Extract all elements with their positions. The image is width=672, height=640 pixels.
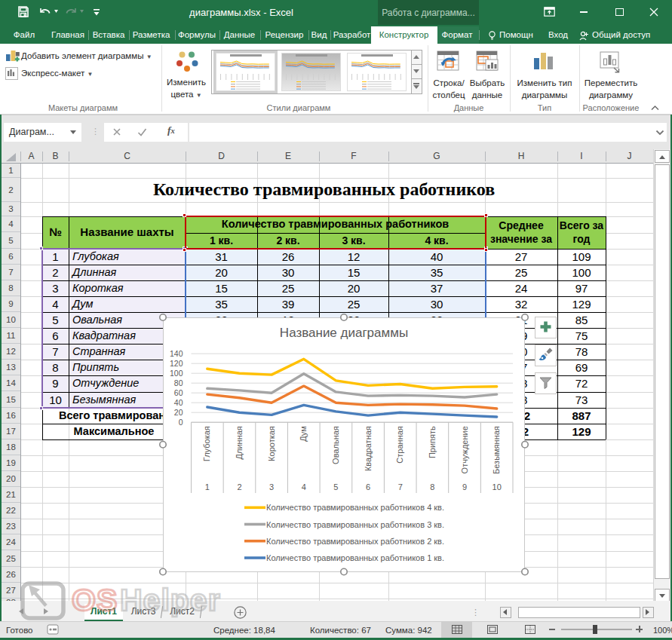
svg-text:OS: OS (72, 583, 118, 617)
svg-text:Helper: Helper (120, 583, 221, 617)
